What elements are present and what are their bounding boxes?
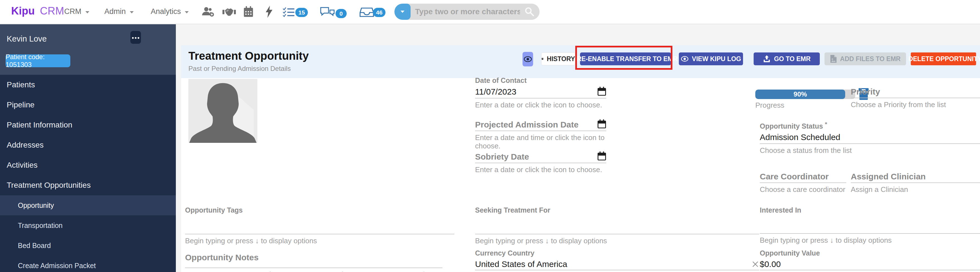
lightning-icon[interactable]	[265, 6, 273, 19]
history-button[interactable]: HISTORY	[541, 52, 575, 65]
ellipsis-icon	[132, 35, 140, 40]
patient-sidebar: Kevin Love Patient code: 1051303 Patient…	[0, 24, 176, 272]
calendar-picker-icon[interactable]	[597, 119, 606, 129]
seeking-treatment-for-input[interactable]	[475, 234, 759, 234]
field-helper: Assign a Clinician	[851, 185, 980, 194]
progress-bar: 90%	[755, 89, 855, 99]
sobriety-date-input[interactable]: Sobriety Date	[475, 151, 606, 163]
opportunity-value-input[interactable]: $0.00	[760, 259, 980, 270]
menu-admin[interactable]: Admin	[104, 7, 134, 16]
field-label: Interested In	[760, 206, 980, 214]
sidebar-item-patient-information[interactable]: Patient Information	[0, 115, 176, 135]
eye-icon	[681, 56, 689, 62]
inbox-badge[interactable]: 46	[373, 8, 385, 17]
sidebar-item-activities[interactable]: Activities	[0, 155, 176, 175]
chat-badge[interactable]: 0	[336, 9, 347, 18]
page-title: Treatment Opportunity	[188, 50, 309, 62]
opportunity-notes-input[interactable]	[185, 267, 442, 268]
assigned-clinician-select[interactable]: Assigned Clinician	[851, 172, 980, 183]
field-opportunity-status: Opportunity Status * Admission Scheduled…	[760, 120, 980, 154]
sidebar-item-addresses[interactable]: Addresses	[0, 135, 176, 155]
archive-icon	[541, 55, 544, 62]
page-subtitle: Past or Pending Admission Details	[188, 65, 291, 73]
field-helper: Begin typing or press ↓ to display optio…	[185, 237, 454, 245]
more-options-button[interactable]	[130, 31, 141, 44]
handshake-icon[interactable]	[222, 7, 236, 18]
field-helper: Enter Treatment Opportunity Notes, up to…	[185, 270, 372, 272]
search-scope-button[interactable]	[395, 4, 410, 20]
menu-analytics[interactable]: Analytics	[151, 7, 189, 16]
global-search	[395, 4, 539, 20]
menu-crm[interactable]: CRM	[64, 7, 89, 16]
kipu-crm-app: Kipu CRM CRM Admin Analytics	[0, 0, 980, 272]
patient-name: Kevin Love	[7, 34, 47, 43]
sidebar-subitem-transportation[interactable]: Transportation	[0, 215, 176, 235]
field-label: Currency Country	[475, 249, 759, 257]
field-opportunity-value: Opportunity Value $0.00 Enter a numeric …	[760, 249, 980, 272]
field-label: Opportunity Tags	[185, 206, 454, 214]
tasks-badge[interactable]: 15	[295, 8, 308, 17]
field-label: Seeking Treatment For	[475, 206, 759, 214]
currency-country-select[interactable]: United States of America	[475, 259, 759, 270]
required-mark: *	[825, 121, 827, 127]
sidebar-item-pipeline[interactable]: Pipeline	[0, 95, 176, 115]
field-helper: Choose a care coordinator	[760, 185, 846, 194]
add-contact-icon[interactable]	[202, 7, 214, 18]
chat-icon[interactable]	[320, 7, 335, 19]
logo-light: CRM	[40, 5, 64, 17]
field-label: Opportunity Status *	[760, 120, 980, 130]
top-navbar: Kipu CRM CRM Admin Analytics	[0, 0, 980, 24]
field-label: Date of Contact	[475, 76, 606, 84]
calendar-picker-icon[interactable]	[597, 87, 606, 96]
go-to-emr-button[interactable]: GO TO EMR	[754, 52, 820, 65]
field-assigned-clinician: Assigned Clinician Assign a Clinician	[851, 172, 980, 194]
add-files-to-emr-button[interactable]: ADD FILES TO EMR	[824, 52, 906, 65]
view-kipu-log-button[interactable]: VIEW KIPU LOG	[679, 52, 743, 65]
sidebar-subitem-create-admission-packet[interactable]: Create Admission Packet	[0, 256, 176, 272]
character-counter: 0 / 2000	[416, 270, 442, 272]
date-of-contact-input[interactable]: 11/07/2023	[475, 87, 606, 99]
field-priority: Priority Choose a Priority from the list	[851, 87, 980, 109]
calendar-picker-icon[interactable]	[597, 151, 606, 161]
progress-label: Progress	[755, 101, 784, 110]
kipu-crm-logo[interactable]: Kipu CRM	[11, 5, 64, 17]
sidebar-item-patients[interactable]: Patients	[0, 75, 176, 95]
chevron-down-icon	[185, 11, 189, 13]
clear-icon[interactable]	[751, 260, 759, 268]
progress-bar-fill: 90%	[755, 89, 845, 99]
chevron-down-icon	[130, 11, 134, 13]
field-opportunity-tags: Opportunity Tags Begin typing or press ↓…	[185, 206, 454, 245]
field-helper: Begin typing or press ↓ to display optio…	[760, 236, 980, 244]
inbox-icon[interactable]	[360, 7, 374, 18]
patient-avatar[interactable]	[188, 79, 257, 143]
priority-select[interactable]: Priority	[851, 87, 980, 98]
tasks-checklist-icon[interactable]	[282, 7, 296, 18]
search-input[interactable]	[410, 7, 525, 16]
sidebar-subitem-opportunity[interactable]: Opportunity	[0, 195, 176, 215]
interested-in-input[interactable]	[760, 233, 980, 234]
delete-opportunity-button[interactable]: DELETE OPPORTUNITY	[911, 52, 976, 65]
file-icon	[830, 55, 837, 63]
sidebar-subitem-bed-board[interactable]: Bed Board	[0, 235, 176, 256]
re-enable-transfer-button[interactable]: RE-ENABLE TRANSFER TO EMR	[580, 52, 671, 65]
watch-opportunity-button[interactable]	[522, 52, 533, 67]
eye-icon	[523, 56, 532, 62]
field-interested-in: Interested In Begin typing or press ↓ to…	[760, 206, 980, 244]
patient-code-badge[interactable]: Patient code: 1051303	[6, 54, 70, 67]
field-projected-admission-date: Projected Admission Date Enter a date an…	[475, 119, 606, 150]
care-coordinator-select[interactable]: Care Coordinator	[760, 172, 846, 183]
opportunity-status-select[interactable]: Admission Scheduled	[760, 132, 980, 144]
field-helper: Enter a date or click the icon to choose…	[475, 165, 606, 174]
chevron-down-icon	[86, 11, 89, 13]
opportunity-tags-input[interactable]	[185, 234, 454, 234]
field-helper: Choose a Priority from the list	[851, 100, 980, 109]
sidebar-item-treatment-opportunities[interactable]: Treatment Opportunities	[0, 175, 176, 195]
field-helper: Choose a status from the list	[760, 146, 980, 154]
field-helper: Enter a date or click the icon to choose…	[475, 101, 606, 109]
calendar-icon[interactable]	[243, 6, 253, 18]
search-icon[interactable]	[525, 7, 535, 17]
upload-icon	[763, 55, 771, 63]
field-helper: Begin typing or press ↓ to display optio…	[475, 237, 759, 245]
field-seeking-treatment-for: Seeking Treatment For Begin typing or pr…	[475, 206, 759, 245]
projected-admission-date-input[interactable]: Projected Admission Date	[475, 119, 606, 131]
